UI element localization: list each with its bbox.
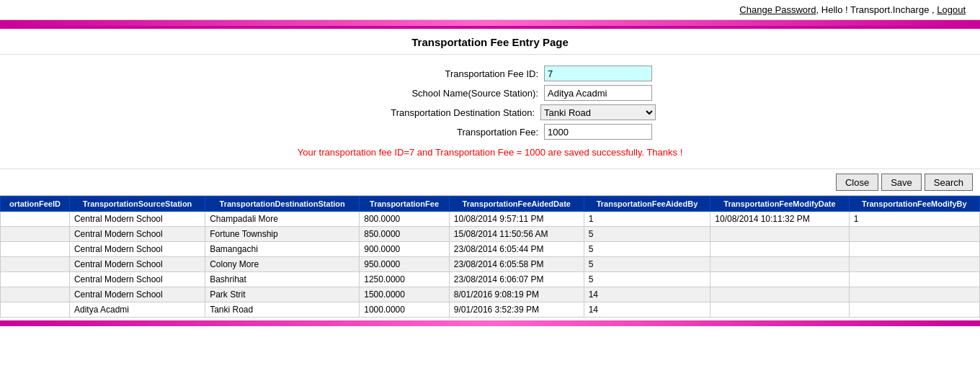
table-body: Central Modern SchoolChampadali More800.… bbox=[1, 212, 980, 318]
col-modify-by: TransportationFeeModifyBy bbox=[849, 197, 979, 212]
button-row: Close Save Search bbox=[0, 169, 980, 195]
transportation-fee-table: ortationFeeID TransportationSourceStatio… bbox=[0, 196, 980, 318]
col-aided-by: TransportationFeeAidedBy bbox=[584, 197, 710, 212]
bottom-pink-bar bbox=[0, 320, 980, 326]
table-header-row: ortationFeeID TransportationSourceStatio… bbox=[1, 197, 980, 212]
table-row: Central Modern SchoolPark Strit1500.0000… bbox=[1, 287, 980, 302]
school-name-label: School Name(Source Station): bbox=[328, 88, 544, 99]
school-name-row: School Name(Source Station): bbox=[0, 85, 980, 101]
table-row: Central Modern SchoolColony More950.0000… bbox=[1, 257, 980, 272]
fee-id-label: Transportation Fee ID: bbox=[328, 68, 544, 79]
table-row: Central Modern SchoolBamangachi900.00002… bbox=[1, 242, 980, 257]
dest-row: Transportation Destination Station: Tank… bbox=[0, 104, 980, 120]
success-message: Your transportation fee ID=7 and Transpo… bbox=[0, 143, 980, 161]
fee-id-input[interactable] bbox=[544, 66, 652, 81]
dest-select[interactable]: Tanki Road Champadali More Fortune Towns… bbox=[540, 104, 656, 120]
save-button[interactable]: Save bbox=[881, 174, 922, 191]
school-name-input[interactable] bbox=[544, 85, 652, 101]
table-wrapper: ortationFeeID TransportationSourceStatio… bbox=[0, 195, 980, 318]
col-aided-date: TransportationFeeAidedDate bbox=[449, 197, 584, 212]
table-row: Aditya AcadmiTanki Road1000.00009/01/201… bbox=[1, 302, 980, 318]
fee-id-row: Transportation Fee ID: bbox=[0, 66, 980, 81]
page-title: Transportation Fee Entry Page bbox=[0, 29, 980, 55]
col-dest: TransportationDestinationStation bbox=[205, 197, 360, 212]
col-id: ortationFeeID bbox=[1, 197, 70, 212]
table-row: Central Modern SchoolBashrihat1250.00002… bbox=[1, 272, 980, 287]
col-modify-date: TransportationFeeModifyDate bbox=[710, 197, 849, 212]
fee-label: Transportation Fee: bbox=[328, 127, 544, 138]
close-button[interactable]: Close bbox=[836, 174, 878, 191]
col-source: TransportationSourceStation bbox=[69, 197, 205, 212]
change-password-link[interactable]: Change Password bbox=[739, 4, 816, 15]
table-row: Central Modern SchoolChampadali More800.… bbox=[1, 212, 980, 227]
table-row: Central Modern SchoolFortune Township850… bbox=[1, 227, 980, 242]
top-pink-bar bbox=[0, 20, 980, 26]
col-fee: TransportationFee bbox=[360, 197, 450, 212]
top-nav: Change Password, Hello ! Transport.Incha… bbox=[0, 0, 980, 20]
form-section: Transportation Fee ID: School Name(Sourc… bbox=[0, 55, 980, 169]
logout-link[interactable]: Logout bbox=[937, 4, 966, 15]
search-button[interactable]: Search bbox=[925, 174, 973, 191]
fee-row: Transportation Fee: bbox=[0, 124, 980, 140]
fee-input[interactable] bbox=[544, 124, 652, 140]
hello-text: Hello ! Transport.Incharge bbox=[821, 4, 930, 15]
dest-label: Transportation Destination Station: bbox=[324, 107, 540, 118]
